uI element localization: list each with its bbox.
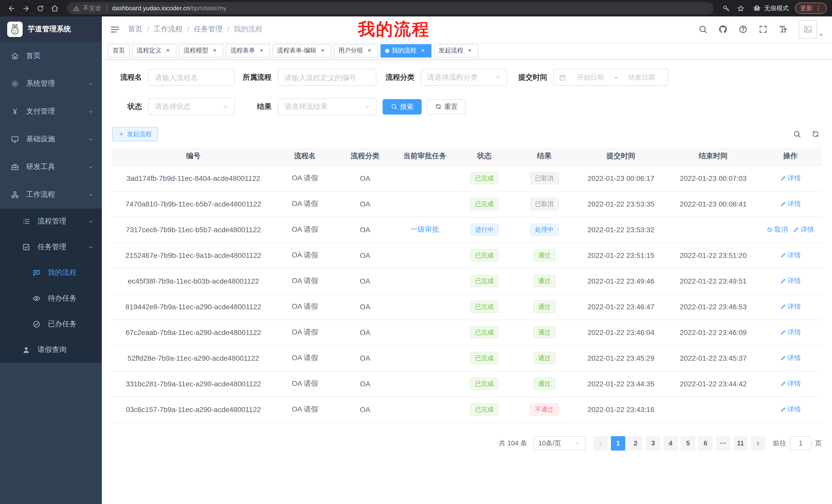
gear-icon: [10, 80, 20, 88]
page-size-select[interactable]: 10条/页: [533, 436, 586, 450]
user-avatar[interactable]: [799, 20, 824, 38]
detail-link[interactable]: 详情: [780, 302, 801, 311]
detail-link[interactable]: 详情: [780, 199, 801, 208]
menu-dots-icon[interactable]: [815, 5, 822, 11]
current-task-link[interactable]: 一级审批: [410, 225, 439, 234]
chevron-down-icon: [88, 81, 94, 87]
tab-process-form-edit[interactable]: 流程表单-编辑×: [272, 44, 331, 57]
back-icon[interactable]: [5, 2, 18, 15]
app-logo[interactable]: 芋道管理系统: [0, 17, 102, 42]
detail-link[interactable]: 详情: [780, 251, 801, 260]
toggle-search-icon[interactable]: [793, 130, 801, 138]
sidebar-item-workflow[interactable]: 工作流程: [0, 181, 102, 208]
reset-button[interactable]: 重置: [427, 99, 466, 114]
breadcrumb-item[interactable]: 首页: [128, 25, 142, 34]
bookmark-star-icon[interactable]: [734, 2, 747, 15]
close-icon[interactable]: ×: [164, 47, 172, 54]
pager-ellipsis[interactable]: ···: [716, 436, 730, 450]
page-button-5[interactable]: 5: [681, 436, 695, 450]
forward-icon[interactable]: [20, 2, 32, 15]
search-button[interactable]: 搜索: [383, 99, 422, 114]
url-path: /bpm/task/my: [190, 5, 227, 12]
sidebar-item-payment[interactable]: 支付管理: [0, 97, 102, 125]
tab-process-form[interactable]: 流程表单×: [226, 44, 270, 57]
detail-link[interactable]: 详情: [780, 328, 801, 337]
sidebar-item-infra[interactable]: 基础设施: [0, 125, 102, 153]
sidebar-item-process-management[interactable]: 流程管理: [0, 208, 102, 234]
tab-process-model[interactable]: 流程模型×: [179, 44, 223, 57]
tab-process-definition[interactable]: 流程定义×: [132, 44, 176, 57]
breadcrumb: 首页/工作流程/任务管理/我的流程: [128, 25, 262, 34]
page-button-3[interactable]: 3: [646, 436, 660, 450]
tab-user-group[interactable]: 用户分组×: [334, 44, 378, 57]
close-icon[interactable]: ×: [366, 47, 373, 54]
process-name-input[interactable]: [148, 69, 234, 86]
cell-category: OA: [335, 165, 395, 191]
result-select[interactable]: 请选择流结果: [278, 98, 376, 115]
date-range-picker[interactable]: 开始日期 - 结束日期: [553, 69, 669, 86]
refresh-table-icon[interactable]: [811, 130, 820, 138]
address-bar[interactable]: 不安全 dashboard.yudao.iocoder.cn/bpm/task/…: [67, 2, 714, 15]
hamburger-icon[interactable]: [102, 24, 128, 34]
status-badge: 已完成: [470, 352, 499, 364]
sidebar-item-leave-query[interactable]: 请假查询: [0, 337, 102, 363]
tab-label: 流程表单: [230, 46, 255, 55]
next-page-button[interactable]: [751, 436, 765, 450]
page-button-6[interactable]: 6: [698, 436, 713, 450]
sidebar-item-todo-tasks[interactable]: 待办任务: [0, 286, 102, 311]
cell-current-task: [395, 397, 454, 422]
help-icon[interactable]: [738, 25, 748, 34]
close-icon[interactable]: ×: [319, 47, 327, 54]
fullscreen-icon[interactable]: [758, 25, 768, 34]
close-icon[interactable]: ×: [419, 47, 427, 54]
search-icon[interactable]: [698, 25, 707, 34]
sidebar-item-done-tasks[interactable]: 已办任务: [0, 311, 102, 337]
cell-category: OA: [335, 243, 395, 268]
detail-link[interactable]: 详情: [780, 379, 801, 388]
cancel-link[interactable]: 取消: [767, 225, 788, 234]
close-icon[interactable]: ×: [258, 47, 265, 54]
url-text[interactable]: dashboard.yudao.iocoder.cn/bpm/task/my: [112, 5, 226, 12]
tab-home[interactable]: 首页: [108, 44, 130, 57]
status-select[interactable]: 请选择状态: [148, 98, 234, 115]
category-select[interactable]: 请选择流程分类: [421, 69, 507, 86]
detail-link[interactable]: 详情: [780, 354, 801, 363]
page-button-1[interactable]: 1: [611, 436, 625, 450]
sidebar-item-devtools[interactable]: 研发工具: [0, 153, 102, 181]
font-size-icon[interactable]: [779, 25, 788, 34]
detail-link[interactable]: 详情: [780, 276, 801, 286]
rabbit-logo-icon: [7, 22, 23, 37]
key-icon[interactable]: [720, 2, 732, 15]
prev-page-button[interactable]: [593, 436, 608, 450]
tab-start-process[interactable]: 发起流程×: [434, 44, 478, 57]
start-process-button[interactable]: 发起流程: [112, 127, 158, 141]
github-icon[interactable]: [718, 25, 728, 34]
cell-status: 已完成: [454, 191, 514, 217]
table-row: 2152467e-7b9b-11ec-9a1b-acde48001122OA 请…: [112, 243, 822, 268]
process-def-input[interactable]: [278, 69, 376, 86]
goto-page-input[interactable]: [790, 436, 811, 450]
filter-row-1: 流程名 所属流程 流程分类 请选择流程分类 提交时间 开始日期 - 结束日期: [112, 69, 822, 86]
cell-process-name: OA 请假: [275, 191, 335, 217]
close-icon[interactable]: ×: [211, 47, 218, 54]
page-button-4[interactable]: 4: [663, 436, 678, 450]
detail-link[interactable]: 详情: [780, 174, 801, 183]
tab-my-process[interactable]: 我的流程×: [381, 44, 432, 57]
sidebar: 芋道管理系统 首页系统管理支付管理基础设施研发工具工作流程流程管理任务管理我的流…: [0, 17, 102, 504]
update-button[interactable]: 更新: [795, 3, 827, 14]
sidebar-item-my-process[interactable]: 我的流程: [0, 260, 102, 286]
cell-result: 通过: [514, 319, 574, 345]
page-button-11[interactable]: 11: [733, 436, 748, 450]
sidebar-item-task-management[interactable]: 任务管理: [0, 234, 102, 260]
breadcrumb-item[interactable]: 工作流程: [154, 25, 183, 34]
sidebar-item-system[interactable]: 系统管理: [0, 70, 102, 97]
security-label[interactable]: 不安全: [83, 4, 101, 12]
detail-link[interactable]: 详情: [780, 405, 801, 414]
breadcrumb-item[interactable]: 任务管理: [194, 25, 223, 34]
page-button-2[interactable]: 2: [628, 436, 643, 450]
reload-icon[interactable]: [34, 2, 46, 15]
sidebar-item-home[interactable]: 首页: [0, 42, 102, 70]
close-icon[interactable]: ×: [466, 47, 474, 54]
browser-home-icon[interactable]: [48, 2, 61, 15]
detail-link[interactable]: 详情: [793, 225, 814, 234]
